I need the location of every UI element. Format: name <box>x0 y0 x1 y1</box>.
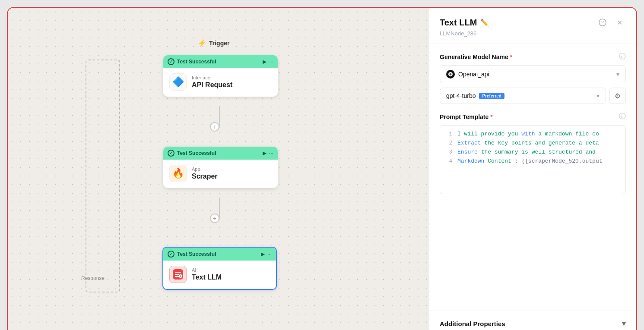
node3-more-icon[interactable]: ··· <box>267 251 272 257</box>
add-node2-btn[interactable]: + <box>210 214 219 223</box>
svg-text:?: ? <box>601 20 604 25</box>
svg-text:i: i <box>622 114 623 119</box>
prompt-label: Prompt Template * i <box>440 113 626 121</box>
node2-icon: 🔥 <box>169 165 187 182</box>
trigger-icon: ⚡ <box>198 39 206 47</box>
node2-type: App <box>192 167 218 172</box>
node3-status: ✓ Test Successful <box>168 251 216 258</box>
model-select[interactable]: gpt-4-turbo Preferred ▾ <box>440 88 606 104</box>
model-settings-button[interactable]: ⚙ <box>609 88 626 104</box>
node2-title: Scraper <box>192 173 218 180</box>
node2-check: ✓ <box>168 150 174 157</box>
additional-properties-section[interactable]: Additional Properties ▾ <box>429 311 636 330</box>
code-line-4: 4 Markdown Content : {{scraperNode_520.o… <box>444 157 622 166</box>
node1-body: 🔷 Interface API Request <box>163 68 278 97</box>
connector1 <box>219 106 220 128</box>
node1-type: Interface <box>192 75 232 80</box>
right-panel: Text LLM ✏️ ? × LLMNode_286 <box>429 8 636 330</box>
node2-info: App Scraper <box>192 167 218 180</box>
canvas-area: Response ⚡ Trigger ✓ Test Successful ▶ ·… <box>8 8 429 330</box>
provider-chevron: ▾ <box>616 71 619 78</box>
panel-body: Generative Model Name * i <box>429 44 636 311</box>
provider-name: Openai_api <box>458 71 489 78</box>
model-name-section: Generative Model Name * i <box>440 53 626 104</box>
panel-title-row: Text LLM ✏️ ? × <box>440 16 626 28</box>
node1-title: API Request <box>192 81 232 89</box>
node3-card[interactable]: ✓ Test Successful ▶ ··· <box>162 247 277 290</box>
prompt-section: Prompt Template * i 1 I wi <box>440 113 626 194</box>
node1-header: ✓ Test Successful ▶ ··· <box>163 55 278 68</box>
node1-status: ✓ Test Successful <box>168 58 216 65</box>
model-required-star: * <box>510 53 512 60</box>
preferred-badge: Preferred <box>479 93 504 99</box>
additional-properties-chevron: ▾ <box>622 319 626 328</box>
node2-play-icon[interactable]: ▶ <box>263 150 266 156</box>
svg-text:i: i <box>622 54 623 59</box>
main-container: Response ⚡ Trigger ✓ Test Successful ▶ ·… <box>7 7 637 330</box>
node3-body: AI Text LLM <box>163 261 276 289</box>
panel-title: Text LLM <box>440 18 477 28</box>
node1-info: Interface API Request <box>192 75 232 89</box>
openai-icon <box>446 70 455 79</box>
code-line-1: 1 I will provide you with a markdown fil… <box>444 127 622 138</box>
trigger-label: ⚡ Trigger <box>198 39 229 47</box>
node2-more-icon[interactable]: ··· <box>269 150 273 156</box>
node2-status: ✓ Test Successful <box>168 150 216 157</box>
code-line-3: 3 Ensure the summary is well-structured … <box>444 148 622 157</box>
model-select-row: gpt-4-turbo Preferred ▾ ⚙ <box>440 88 626 104</box>
model-info-icon: i <box>619 53 626 60</box>
node2-card[interactable]: ✓ Test Successful ▶ ··· 🔥 App Scraper <box>163 147 278 188</box>
node2-actions[interactable]: ▶ ··· <box>263 150 273 156</box>
response-label: Response <box>81 275 105 281</box>
provider-select[interactable]: Openai_api ▾ <box>440 65 626 83</box>
add-node1-btn[interactable]: + <box>210 122 219 132</box>
node1-icon: 🔷 <box>169 73 187 91</box>
edit-title-icon[interactable]: ✏️ <box>480 19 489 27</box>
prompt-editor[interactable]: 1 I will provide you with a markdown fil… <box>440 125 626 194</box>
node1-card[interactable]: ✓ Test Successful ▶ ··· 🔷 Interface API … <box>163 55 278 97</box>
prompt-info-icon: i <box>619 113 626 119</box>
node1-actions[interactable]: ▶ ··· <box>263 59 273 65</box>
model-chevron: ▾ <box>596 92 600 99</box>
panel-subtitle: LLMNode_286 <box>440 30 626 37</box>
trigger-text: Trigger <box>209 40 229 47</box>
prompt-required-star: * <box>490 113 492 120</box>
node3-title: Text LLM <box>192 273 222 281</box>
node3-info: AI Text LLM <box>192 267 222 281</box>
node3-type: AI <box>192 267 222 273</box>
node2-header: ✓ Test Successful ▶ ··· <box>163 147 278 160</box>
provider-select-left: Openai_api <box>446 70 489 79</box>
code-line-2: 2 Extract the key points and generate a … <box>444 138 622 148</box>
node1-check: ✓ <box>168 58 174 65</box>
connector2 <box>219 198 220 219</box>
panel-header: Text LLM ✏️ ? × LLMNode_286 <box>429 8 636 44</box>
additional-properties-label: Additional Properties <box>440 320 505 327</box>
node2-body: 🔥 App Scraper <box>163 160 278 188</box>
model-name-left: gpt-4-turbo Preferred <box>446 92 504 99</box>
node3-actions[interactable]: ▶ ··· <box>261 251 272 257</box>
panel-title-actions: ? × <box>596 16 626 28</box>
model-name: gpt-4-turbo <box>446 92 476 99</box>
close-button[interactable]: × <box>614 16 626 28</box>
node3-play-icon[interactable]: ▶ <box>261 251 265 257</box>
panel-title-left: Text LLM ✏️ <box>440 18 489 28</box>
response-box <box>86 60 120 292</box>
node3-header: ✓ Test Successful ▶ ··· <box>163 248 276 261</box>
help-button[interactable]: ? <box>596 16 609 28</box>
model-name-label: Generative Model Name * i <box>440 53 626 61</box>
node1-play-icon[interactable]: ▶ <box>263 59 266 65</box>
node3-icon <box>169 266 187 283</box>
node3-check: ✓ <box>168 251 174 258</box>
node1-more-icon[interactable]: ··· <box>269 59 273 65</box>
